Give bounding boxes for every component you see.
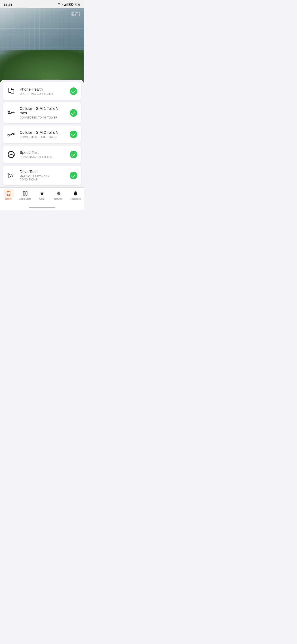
svg-point-28 <box>12 176 12 177</box>
speed-test-check <box>70 151 77 158</box>
hero-image: nspire mobile <box>0 8 84 84</box>
svg-rect-0 <box>64 5 65 6</box>
cellular-sim1-title: Cellular - SIM 1 Telia N — mt:s <box>20 106 66 116</box>
phone-health-subtitle: OPERATING CORRECTLY <box>20 92 66 96</box>
speed-test-status <box>69 150 77 158</box>
svg-rect-2 <box>66 4 67 6</box>
svg-rect-11 <box>11 90 14 93</box>
svg-rect-1 <box>65 4 66 6</box>
nspire-logo: nspire mobile <box>71 12 80 16</box>
phone-health-check <box>70 88 77 95</box>
cellular-sim2-status <box>69 130 77 138</box>
drive-test-title: Drive Test <box>20 170 66 174</box>
phone-health-title: Phone Health <box>20 87 66 92</box>
battery-icon: ⚡ <box>69 3 73 6</box>
cellular-sim1-icon: R <box>6 108 16 118</box>
cellular-sim2-icon <box>6 130 16 139</box>
feedback-nav-label: Feedback <box>70 198 81 200</box>
cellular-sim2-title: Cellular - SIM 2 Telia N <box>20 130 66 135</box>
drive-test-subtitle: MAP YOUR NETWORK CONDITIONS <box>20 175 66 181</box>
care-nav-icon <box>39 190 45 196</box>
home-nav-label: Home <box>5 198 12 200</box>
svg-rect-3 <box>67 3 68 6</box>
phone-health-text: Phone Health OPERATING CORRECTLY <box>20 87 66 96</box>
speed-test-card[interactable]: Speed Test RUN A DATA SPEED TEST <box>3 146 81 164</box>
drive-test-status <box>69 172 77 180</box>
speed-test-icon <box>6 150 16 160</box>
home-indicator-bar <box>29 207 55 208</box>
cellular-sim1-status <box>69 109 77 117</box>
care-nav-label: Care <box>39 198 45 200</box>
svg-rect-34 <box>26 192 27 195</box>
nav-network[interactable]: Network <box>50 190 67 201</box>
cellular-sim2-check <box>70 130 77 138</box>
home-nav-icon <box>5 190 12 196</box>
phone-health-status <box>69 87 77 95</box>
svg-point-29 <box>9 177 9 177</box>
cards-container: Phone Health OPERATING CORRECTLY R Cellu… <box>0 80 84 185</box>
drive-test-text: Drive Test MAP YOUR NETWORK CONDITIONS <box>20 170 66 181</box>
speed-test-subtitle: RUN A DATA SPEED TEST <box>20 156 66 159</box>
cellular-sim1-card[interactable]: R Cellular - SIM 1 Telia N — mt:s CONNEC… <box>3 102 81 123</box>
svg-rect-33 <box>23 192 25 195</box>
nav-apps-stats[interactable]: Apps Stats <box>17 190 33 201</box>
svg-point-26 <box>12 175 13 175</box>
svg-text:R: R <box>8 110 10 113</box>
network-nav-label: Network <box>54 198 63 200</box>
home-indicator <box>0 206 84 210</box>
cellular-sim1-subtitle: CONNECTED TO 4G TOWER <box>20 116 66 119</box>
svg-point-27 <box>10 176 11 176</box>
svg-point-21 <box>11 154 12 155</box>
svg-point-25 <box>11 174 11 175</box>
cellular-sim1-text: Cellular - SIM 1 Telia N — mt:s CONNECTE… <box>20 106 66 119</box>
speed-test-title: Speed Test <box>20 150 66 155</box>
drive-test-card[interactable]: Drive Test MAP YOUR NETWORK CONDITIONS <box>3 166 81 185</box>
cellular-sim2-card[interactable]: Cellular - SIM 2 Telia N CONNECTED TO 4G… <box>3 126 81 143</box>
feedback-nav-icon <box>72 190 79 196</box>
wifi-icon <box>57 3 61 6</box>
bottom-nav: Home Apps Stats Care <box>0 188 84 206</box>
svg-point-24 <box>9 174 10 175</box>
cellular-sim2-subtitle: CONNECTED TO 4G TOWER <box>20 136 66 139</box>
speed-test-text: Speed Test RUN A DATA SPEED TEST <box>20 150 66 159</box>
nav-care[interactable]: Care <box>33 190 50 201</box>
status-time: 12:24 <box>3 3 12 6</box>
cellular-sim2-text: Cellular - SIM 2 Telia N CONNECTED TO 4G… <box>20 130 66 139</box>
status-icons: R ⚡ 77% <box>57 3 80 6</box>
signal-icon <box>64 3 68 6</box>
nspire-sub: mobile <box>71 14 80 16</box>
svg-marker-35 <box>40 191 44 195</box>
apps-stats-nav-label: Apps Stats <box>19 198 31 200</box>
phone-health-icon <box>6 86 16 96</box>
drive-test-icon <box>6 170 16 180</box>
cellular-sim1-check <box>70 109 77 117</box>
svg-rect-31 <box>7 192 9 194</box>
battery-percent: 77% <box>74 3 80 6</box>
phone-health-card[interactable]: Phone Health OPERATING CORRECTLY <box>3 82 81 100</box>
svg-rect-5 <box>73 4 73 5</box>
nav-feedback[interactable]: Feedback <box>67 190 84 201</box>
drive-test-check <box>70 172 77 179</box>
svg-text:⚡: ⚡ <box>70 4 72 6</box>
signal-r-badge: R <box>62 3 63 6</box>
svg-point-36 <box>58 193 59 194</box>
svg-rect-32 <box>7 194 9 196</box>
nav-home[interactable]: Home <box>0 190 17 201</box>
hero-building-bg <box>0 8 84 84</box>
network-nav-icon <box>56 190 62 196</box>
status-bar: 12:24 R ⚡ 77% <box>0 0 84 8</box>
apps-stats-nav-icon <box>22 190 28 196</box>
